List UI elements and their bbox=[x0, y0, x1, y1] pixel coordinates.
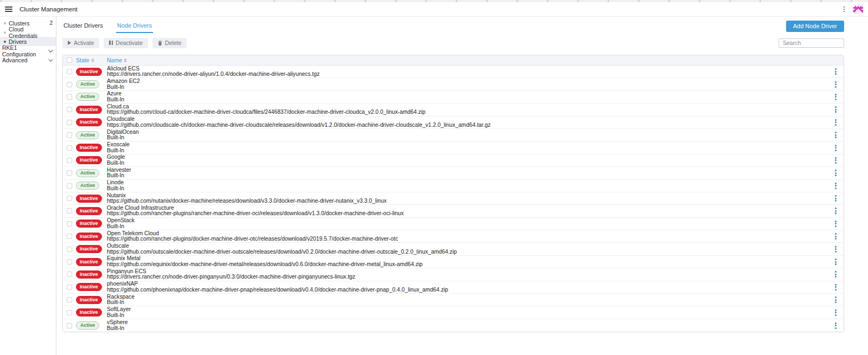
state-badge: Inactive bbox=[76, 68, 102, 76]
row-actions-kebab-icon[interactable] bbox=[833, 308, 838, 318]
sidebar-group-label: Advanced bbox=[2, 57, 28, 63]
table-row: InactiveCloudscalehttps://github.com/clo… bbox=[63, 117, 844, 129]
row-checkbox[interactable] bbox=[67, 82, 72, 87]
row-actions-kebab-icon[interactable] bbox=[833, 257, 838, 267]
row-checkbox[interactable] bbox=[67, 323, 72, 328]
row-actions-kebab-icon[interactable] bbox=[833, 295, 838, 305]
header-kebab-menu-icon[interactable] bbox=[843, 5, 846, 14]
driver-source: https://github.com/rancher-plugins/docke… bbox=[107, 236, 827, 242]
select-all-checkbox[interactable] bbox=[67, 57, 72, 63]
play-icon bbox=[68, 41, 71, 45]
row-checkbox[interactable] bbox=[67, 132, 72, 138]
row-checkbox[interactable] bbox=[67, 247, 72, 252]
driver-source: https://github.com/phoenixnap/docker-mac… bbox=[107, 287, 827, 293]
driver-source: Built-In bbox=[107, 135, 827, 141]
table-row: InactiveNutanixhttps://github.com/nutani… bbox=[63, 192, 844, 205]
row-checkbox[interactable] bbox=[67, 272, 72, 277]
driver-source: https://drivers.rancher.cn/node-driver-a… bbox=[107, 72, 827, 78]
row-actions-kebab-icon[interactable] bbox=[833, 92, 838, 102]
deactivate-button[interactable]: Deactivate bbox=[104, 38, 148, 48]
row-actions-kebab-icon[interactable] bbox=[833, 143, 838, 153]
row-checkbox[interactable] bbox=[67, 145, 72, 151]
row-actions-kebab-icon[interactable] bbox=[833, 181, 838, 191]
row-checkbox[interactable] bbox=[67, 170, 72, 176]
row-actions-kebab-icon[interactable] bbox=[833, 244, 838, 254]
table-row: ActiveLinodeBuilt-In bbox=[63, 180, 844, 192]
state-badge: Inactive bbox=[76, 296, 102, 304]
tab-node-drivers[interactable]: Node Drivers bbox=[116, 20, 153, 33]
row-checkbox[interactable] bbox=[67, 285, 72, 290]
table-row: InactivePinganyun ECShttps://drivers.ran… bbox=[63, 268, 844, 281]
row-actions-kebab-icon[interactable] bbox=[833, 168, 838, 178]
driver-source: Built-In bbox=[107, 97, 827, 103]
cloud-credentials-icon bbox=[4, 31, 6, 34]
search-input[interactable] bbox=[778, 38, 844, 48]
row-actions-kebab-icon[interactable] bbox=[833, 118, 838, 127]
pause-icon bbox=[109, 41, 113, 45]
driver-name: phoenixNAP bbox=[107, 281, 827, 287]
driver-source: Built-In bbox=[107, 224, 827, 230]
driver-name: OpenStack bbox=[107, 218, 827, 224]
row-checkbox[interactable] bbox=[67, 221, 72, 227]
row-actions-kebab-icon[interactable] bbox=[833, 156, 838, 165]
row-checkbox[interactable] bbox=[67, 208, 72, 214]
row-actions-kebab-icon[interactable] bbox=[833, 105, 838, 114]
row-actions-kebab-icon[interactable] bbox=[833, 219, 838, 229]
sidebar-group-rke1-configuration[interactable]: RKE1 Configuration bbox=[0, 46, 56, 55]
row-actions-kebab-icon[interactable] bbox=[833, 130, 838, 140]
table-row: InactiveSoftLayerBuilt-In bbox=[63, 306, 844, 319]
row-actions-kebab-icon[interactable] bbox=[833, 193, 838, 203]
row-actions-kebab-icon[interactable] bbox=[833, 321, 838, 331]
row-checkbox[interactable] bbox=[67, 297, 72, 302]
delete-button[interactable]: Delete bbox=[152, 38, 187, 48]
row-checkbox[interactable] bbox=[67, 196, 72, 201]
state-badge: Inactive bbox=[76, 233, 102, 241]
state-badge: Active bbox=[76, 182, 99, 190]
state-badge: Inactive bbox=[76, 106, 102, 114]
row-checkbox[interactable] bbox=[67, 158, 72, 163]
row-checkbox[interactable] bbox=[67, 183, 72, 189]
driver-source: https://github.com/outscale/docker-machi… bbox=[107, 249, 827, 255]
row-checkbox[interactable] bbox=[67, 107, 72, 112]
row-checkbox[interactable] bbox=[67, 69, 72, 74]
node-drivers-table: State Name InactiveAlicloud ECShttps://d… bbox=[62, 55, 844, 332]
driver-name: Outscale bbox=[107, 243, 827, 249]
row-actions-kebab-icon[interactable] bbox=[833, 67, 838, 76]
user-avatar[interactable] bbox=[853, 4, 863, 14]
state-badge: Active bbox=[76, 80, 99, 88]
row-checkbox[interactable] bbox=[67, 120, 72, 125]
table-row: InactiveEquinix Metalhttps://github.com/… bbox=[63, 256, 844, 268]
table-row: InactiveAlicloud ECShttps://drivers.ranc… bbox=[63, 66, 844, 78]
add-node-driver-button[interactable]: Add Node Driver bbox=[786, 21, 844, 32]
row-checkbox[interactable] bbox=[67, 234, 72, 239]
table-row: InactiveRackspaceBuilt-In bbox=[63, 294, 844, 306]
driver-name: Nutanix bbox=[107, 193, 827, 199]
driver-name: Linode bbox=[107, 180, 827, 186]
row-checkbox[interactable] bbox=[67, 310, 72, 315]
driver-name: Open Telekom Cloud bbox=[107, 231, 827, 237]
table-body: InactiveAlicloud ECShttps://drivers.ranc… bbox=[63, 66, 844, 332]
app-header: Cluster Management bbox=[0, 2, 868, 17]
state-badge: Active bbox=[76, 321, 99, 330]
row-actions-kebab-icon[interactable] bbox=[833, 206, 838, 216]
state-badge: Active bbox=[76, 169, 99, 177]
driver-source: https://github.com/nutanix/docker-machin… bbox=[107, 198, 827, 204]
row-actions-kebab-icon[interactable] bbox=[833, 231, 838, 241]
row-actions-kebab-icon[interactable] bbox=[833, 80, 838, 89]
column-header-state[interactable]: State bbox=[76, 57, 94, 63]
sort-icon bbox=[124, 59, 127, 62]
trash-icon bbox=[158, 41, 162, 46]
row-actions-kebab-icon[interactable] bbox=[833, 269, 838, 279]
tab-cluster-drivers[interactable]: Cluster Drivers bbox=[62, 20, 104, 32]
row-actions-kebab-icon[interactable] bbox=[833, 282, 838, 292]
row-checkbox[interactable] bbox=[67, 259, 72, 264]
state-badge: Inactive bbox=[76, 283, 102, 291]
state-badge: Inactive bbox=[76, 156, 102, 164]
hamburger-menu-icon[interactable] bbox=[5, 7, 12, 12]
column-header-name[interactable]: Name bbox=[107, 57, 827, 63]
state-badge: Inactive bbox=[76, 207, 102, 215]
sidebar-item-cloud-credentials[interactable]: Cloud Credentials bbox=[0, 28, 56, 37]
table-row: ActiveAmazon EC2Built-In bbox=[63, 78, 844, 91]
row-checkbox[interactable] bbox=[67, 94, 72, 100]
activate-button[interactable]: Activate bbox=[62, 38, 99, 48]
